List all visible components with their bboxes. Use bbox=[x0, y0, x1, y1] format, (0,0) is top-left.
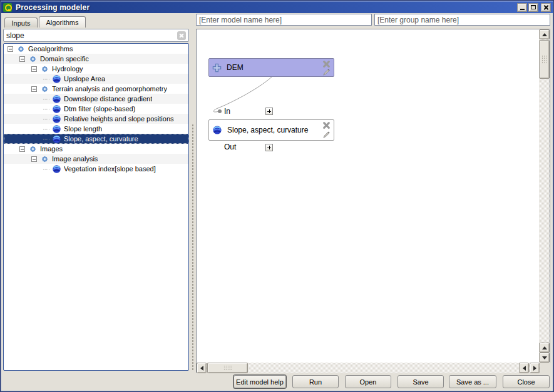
saga-algorithm-icon bbox=[52, 74, 61, 84]
save-as-button[interactable]: Save as ... bbox=[449, 375, 496, 388]
tree-item[interactable]: Geoalgorithms bbox=[4, 44, 188, 54]
tree-item[interactable]: Image analysis bbox=[4, 154, 188, 164]
tree-branch-guide bbox=[43, 109, 49, 109]
run-button[interactable]: Run bbox=[292, 375, 339, 388]
canvas-horizontal-scrollbar[interactable] bbox=[197, 363, 540, 373]
tree-item[interactable]: Terrain analysis and geomorphometry bbox=[4, 84, 188, 94]
canvas-vertical-scrollbar[interactable] bbox=[539, 29, 550, 363]
gear-icon bbox=[40, 84, 49, 94]
arrow-right-icon bbox=[533, 366, 536, 371]
qgis-app-icon bbox=[3, 3, 12, 12]
scroll-track[interactable] bbox=[539, 29, 550, 363]
scroll-right-button[interactable] bbox=[530, 363, 540, 373]
maximize-button[interactable] bbox=[528, 3, 538, 12]
tree-item-label: Hydrology bbox=[52, 65, 83, 73]
input-node-label: DEM bbox=[227, 63, 322, 72]
open-button[interactable]: Open bbox=[345, 375, 391, 388]
tree-item-label: Terrain analysis and geomorphometry bbox=[52, 85, 167, 93]
tree-item[interactable]: Slope length bbox=[4, 124, 188, 134]
titlebar[interactable]: Processing modeler bbox=[1, 1, 553, 13]
tree-item-label: Slope length bbox=[64, 125, 102, 133]
delete-node-icon[interactable] bbox=[322, 60, 331, 68]
tree-item-label: Image analysis bbox=[52, 155, 98, 163]
tree-branch-guide bbox=[43, 79, 49, 79]
thumb-grip bbox=[223, 365, 232, 371]
in-expand-button[interactable] bbox=[265, 108, 273, 115]
close-button[interactable] bbox=[541, 3, 551, 12]
saga-algorithm-icon bbox=[52, 134, 61, 144]
collapse-expander-icon[interactable] bbox=[31, 156, 37, 162]
scroll-left-button[interactable] bbox=[197, 363, 207, 373]
arrow-left-icon bbox=[200, 366, 203, 371]
vertical-scroll-thumb[interactable] bbox=[539, 40, 550, 79]
arrow-up-icon bbox=[542, 33, 547, 36]
processing-modeler-window: Processing modeler Inputs Algorithms Geo… bbox=[0, 0, 554, 392]
tree-item[interactable]: Dtm filter (slope-based) bbox=[4, 104, 188, 114]
minimize-button[interactable] bbox=[517, 3, 527, 12]
collapse-expander-icon[interactable] bbox=[19, 56, 25, 62]
gear-icon bbox=[28, 144, 38, 154]
out-expand-button[interactable] bbox=[265, 144, 273, 151]
scroll-up-button[interactable] bbox=[539, 29, 550, 39]
group-name-input[interactable] bbox=[374, 14, 550, 26]
scroll-up-button-bottom[interactable] bbox=[539, 343, 550, 353]
minimize-icon bbox=[520, 9, 525, 10]
clear-search-icon[interactable] bbox=[177, 31, 186, 40]
scroll-track[interactable] bbox=[197, 363, 540, 373]
algorithm-tree[interactable]: GeoalgorithmsDomain specificHydrologyUps… bbox=[3, 43, 189, 371]
scroll-down-button[interactable] bbox=[539, 353, 550, 363]
gear-icon bbox=[40, 64, 49, 74]
maximize-icon bbox=[531, 5, 536, 9]
scroll-left-button-right[interactable] bbox=[519, 363, 529, 373]
tree-item[interactable]: Images bbox=[4, 144, 188, 154]
saga-algorithm-icon bbox=[52, 104, 61, 114]
save-button[interactable]: Save bbox=[398, 375, 444, 388]
edit-node-icon[interactable] bbox=[322, 131, 331, 139]
algorithm-node-label: Slope, aspect, curvature bbox=[227, 126, 322, 134]
gear-icon bbox=[40, 154, 49, 164]
tree-item[interactable]: Hydrology bbox=[4, 64, 188, 74]
model-canvas[interactable]: DEM In Slope, aspect, curvature bbox=[196, 29, 550, 373]
model-name-input[interactable] bbox=[196, 14, 372, 26]
algorithm-node[interactable]: Slope, aspect, curvature bbox=[208, 119, 334, 141]
close-dialog-button[interactable]: Close bbox=[503, 375, 550, 388]
tree-item[interactable]: Vegetation index[slope based] bbox=[4, 164, 188, 174]
collapse-expander-icon[interactable] bbox=[31, 86, 37, 92]
tree-item-label: Geoalgorithms bbox=[28, 45, 73, 53]
saga-algorithm-icon bbox=[52, 164, 61, 174]
saga-algorithm-icon bbox=[52, 94, 61, 104]
horizontal-scroll-thumb[interactable] bbox=[207, 363, 248, 373]
tree-item[interactable]: Upslope Area bbox=[4, 74, 188, 84]
collapse-expander-icon[interactable] bbox=[19, 146, 25, 152]
saga-algorithm-icon bbox=[52, 124, 61, 134]
tree-branch-guide bbox=[43, 99, 49, 99]
tree-item[interactable]: Downslope distance gradient bbox=[4, 94, 188, 104]
edit-model-help-button[interactable]: Edit model help bbox=[233, 375, 286, 388]
tree-item[interactable]: Relative heights and slope positions bbox=[4, 114, 188, 124]
tree-item-label: Dtm filter (slope-based) bbox=[64, 105, 135, 113]
search-input[interactable] bbox=[4, 31, 177, 40]
tree-branch-guide bbox=[43, 119, 49, 119]
tree-item[interactable]: Domain specific bbox=[4, 54, 188, 64]
out-port-label: Out bbox=[224, 143, 236, 151]
arrow-up-icon bbox=[542, 346, 547, 349]
model-input-node[interactable]: DEM bbox=[208, 58, 334, 77]
plus-icon bbox=[212, 63, 222, 73]
tree-item-label: Images bbox=[40, 145, 63, 153]
edit-node-icon[interactable] bbox=[322, 68, 331, 76]
tree-item-label: Upslope Area bbox=[64, 75, 105, 83]
tab-algorithms[interactable]: Algorithms bbox=[39, 16, 86, 28]
saga-algorithm-icon bbox=[52, 114, 61, 124]
tree-item-label: Relative heights and slope positions bbox=[64, 115, 174, 123]
collapse-expander-icon[interactable] bbox=[31, 66, 37, 72]
saga-algorithm-icon bbox=[212, 125, 222, 135]
connection-line bbox=[197, 29, 540, 363]
algorithm-search-box bbox=[3, 29, 189, 42]
tree-branch-guide bbox=[43, 129, 49, 129]
tab-inputs[interactable]: Inputs bbox=[4, 18, 38, 28]
delete-node-icon[interactable] bbox=[322, 121, 331, 129]
tree-item[interactable]: Slope, aspect, curvature bbox=[4, 134, 188, 144]
scrollbar-corner bbox=[540, 363, 551, 373]
panel-splitter-handle[interactable] bbox=[191, 124, 194, 371]
collapse-expander-icon[interactable] bbox=[8, 46, 13, 52]
